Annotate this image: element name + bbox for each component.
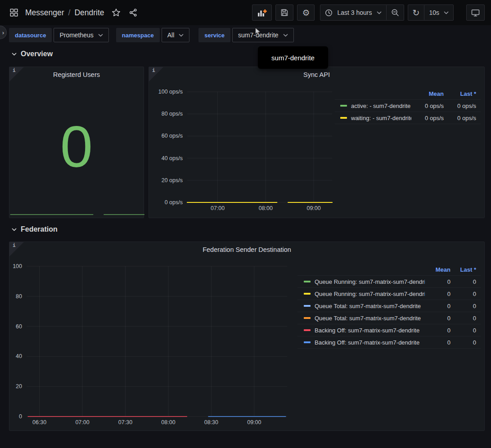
breadcrumb-page[interactable]: Dendrite — [74, 8, 104, 18]
series-label: Queue Total: sum7-matrix-sum7-dendrite — [315, 315, 425, 322]
svg-text:100: 100 — [13, 263, 22, 269]
panel-title[interactable]: Registerd Users — [9, 71, 144, 78]
legend-row[interactable]: Backing Off: sum7-matrix-sum7-dendrite 0… — [297, 324, 481, 336]
add-panel-button[interactable] — [252, 4, 272, 21]
namespace-value: All — [167, 31, 175, 39]
section-overview[interactable]: Overview — [12, 48, 53, 60]
panel-federation-sender: i Federation Sender Destination 02040608… — [9, 242, 485, 431]
chevron-down-icon — [283, 34, 288, 37]
nav-bar: Messenger / Dendrite — [0, 0, 491, 25]
svg-text:08:00: 08:00 — [161, 419, 175, 426]
variable-datasource: datasource Prometheus — [9, 28, 109, 42]
legend-row[interactable]: Queue Running: sum7-matrix-sum7-dendrite… — [297, 288, 481, 300]
svg-text:09:00: 09:00 — [306, 205, 320, 211]
series-last: 0 — [450, 339, 476, 346]
legend-row[interactable]: Queue Total: sum7-matrix-sum7-dendrite 0… — [297, 300, 481, 312]
series-label: Backing Off: sum7-matrix-sum7-dendrite — [315, 327, 425, 334]
refresh-icon: ↻ — [413, 9, 420, 17]
series-mean: 0 — [425, 278, 450, 285]
zoom-out-icon — [391, 9, 399, 17]
series-label: Backing Off: sum7-matrix-sum7-dendrite — [315, 339, 425, 346]
legend-mean-header: Mean — [411, 90, 444, 97]
datasource-dropdown[interactable]: Prometheus — [54, 28, 108, 42]
section-federation[interactable]: Federation — [12, 223, 58, 236]
star-dashboard-button[interactable] — [111, 7, 122, 18]
time-range-label: Last 3 hours — [337, 9, 372, 16]
breadcrumb: Messenger / Dendrite — [25, 8, 104, 18]
panel-registered-users: i Registerd Users 0 — [9, 67, 144, 218]
variable-label: namespace — [116, 28, 160, 42]
legend-row[interactable]: Backing Off: sum7-matrix-sum7-dendrite 0… — [297, 336, 481, 349]
time-range-picker[interactable]: Last 3 hours — [320, 5, 386, 20]
series-last: 0 — [450, 278, 476, 285]
series-color-swatch — [340, 117, 347, 119]
variable-namespace: namespace All — [116, 28, 189, 42]
refresh-controls-group: ↻ 10s — [408, 4, 454, 21]
time-controls-group: Last 3 hours — [320, 4, 404, 21]
variable-label: service — [198, 28, 230, 42]
legend-mean-header: Mean — [425, 266, 450, 273]
series-mean: 0 — [425, 339, 450, 346]
section-title: Federation — [21, 225, 58, 233]
svg-text:07:30: 07:30 — [118, 419, 132, 426]
monitor-icon — [471, 9, 480, 17]
legend-row[interactable]: waiting: - sum7-dendrite 0 ops/s 0 ops/s — [335, 112, 481, 124]
svg-text:0: 0 — [19, 413, 22, 420]
stat-value: 0 — [9, 117, 144, 176]
svg-text:20: 20 — [16, 383, 22, 390]
sidebar-expand-button[interactable]: › — [0, 26, 7, 39]
svg-text:07:00: 07:00 — [211, 205, 225, 211]
clock-icon — [325, 9, 333, 17]
svg-text:80: 80 — [16, 293, 22, 300]
federation-chart[interactable]: 02040608010006:3007:0007:3008:0008:3009:… — [9, 258, 300, 431]
share-icon — [129, 8, 138, 17]
namespace-dropdown[interactable]: All — [162, 28, 190, 42]
series-label: waiting: - sum7-dendrite — [351, 115, 411, 121]
legend-last-header: Last * — [450, 266, 476, 273]
svg-text:07:00: 07:00 — [75, 419, 89, 426]
dashboards-grid-icon[interactable] — [9, 8, 19, 18]
sync-api-legend: Mean Last * active: - sum7-dendrite 0 op… — [335, 88, 481, 124]
series-color-swatch — [304, 317, 311, 319]
add-panel-icon — [257, 9, 267, 17]
series-label: Queue Total: sum7-matrix-sum7-dendrite — [315, 303, 425, 309]
service-dropdown[interactable]: sum7-dendrite — [232, 28, 294, 42]
breadcrumb-dashboard[interactable]: Messenger — [25, 8, 64, 18]
series-last: 0 — [450, 315, 476, 322]
tv-mode-button[interactable] — [466, 4, 485, 21]
star-icon — [112, 8, 121, 17]
legend-row[interactable]: active: - sum7-dendrite 0 ops/s 0 ops/s — [335, 100, 481, 112]
chevron-down-icon — [12, 53, 17, 56]
svg-text:60: 60 — [16, 323, 22, 330]
panel-title[interactable]: Federation Sender Destination — [9, 246, 484, 253]
svg-text:08:00: 08:00 — [259, 205, 273, 211]
chevron-down-icon — [12, 228, 17, 231]
refresh-interval-picker[interactable]: 10s — [424, 5, 453, 20]
legend-last-header: Last * — [444, 90, 476, 97]
breadcrumb-separator: / — [68, 8, 71, 18]
series-last: 0 — [450, 303, 476, 309]
stat-sparkline — [9, 213, 144, 216]
save-dashboard-button[interactable] — [275, 4, 293, 21]
grafana-dashboard: Messenger / Dendrite — [0, 0, 491, 448]
svg-text:09:00: 09:00 — [247, 419, 261, 426]
legend-header: Mean Last * — [335, 88, 481, 100]
mouse-cursor-icon — [255, 27, 261, 36]
legend-row[interactable]: Queue Total: sum7-matrix-sum7-dendrite 0… — [297, 312, 481, 324]
refresh-button[interactable]: ↻ — [408, 5, 424, 20]
legend-row[interactable]: Queue Running: sum7-matrix-sum7-dendrite… — [297, 276, 481, 288]
svg-text:08:30: 08:30 — [204, 419, 218, 426]
chevron-down-icon — [98, 34, 103, 37]
zoom-out-button[interactable] — [386, 5, 404, 20]
section-title: Overview — [21, 50, 53, 58]
service-tooltip: sum7-dendrite — [258, 46, 328, 69]
legend-header: Mean Last * — [297, 264, 481, 276]
share-dashboard-button[interactable] — [128, 7, 139, 18]
series-mean: 0 — [425, 291, 450, 297]
series-mean: 0 — [425, 315, 450, 322]
panel-title[interactable]: Sync API — [149, 71, 484, 78]
svg-text:0 ops/s: 0 ops/s — [165, 199, 183, 206]
dashboard-settings-button[interactable]: ⚙ — [297, 4, 315, 21]
sync-api-chart[interactable]: 0 ops/s20 ops/s40 ops/s60 ops/s80 ops/s1… — [149, 85, 334, 220]
svg-text:100 ops/s: 100 ops/s — [158, 89, 183, 95]
